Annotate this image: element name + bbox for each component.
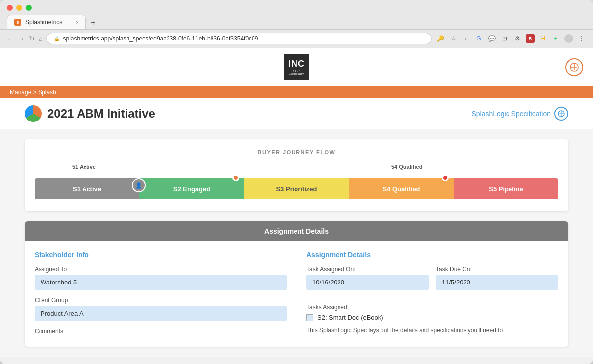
help-icon[interactable] <box>565 58 583 76</box>
assigned-to-label: Assigned To <box>35 266 287 273</box>
splashlogic-link[interactable]: SplashLogic Specification <box>471 107 568 121</box>
browser-tab-active[interactable]: S Splashmetrics × <box>7 15 86 29</box>
date-fields: Task Assigned On: 10/16/2020 Task Due On… <box>306 266 558 297</box>
assignment-card-header: Assignment Details <box>25 221 568 241</box>
stage-s1-count: 51 Active <box>72 164 96 170</box>
stakeholder-info-section: Stakeholder Info Assigned To Watershed 5… <box>35 251 287 337</box>
browser-controls <box>7 5 586 11</box>
task-assigned-on-group: Task Assigned On: 10/16/2020 <box>306 266 429 297</box>
screenshot-icon[interactable]: ⊡ <box>500 34 509 43</box>
traffic-light-yellow[interactable] <box>16 5 22 11</box>
nav-back-button[interactable]: ← <box>7 35 14 42</box>
ext4-icon[interactable] <box>564 34 573 43</box>
ext1-icon[interactable]: B <box>526 34 535 43</box>
assignment-card: Assignment Details Stakeholder Info Assi… <box>25 221 568 347</box>
app-header: INC YourCompany <box>0 48 593 86</box>
client-group-label: Client Group <box>35 297 287 304</box>
nav-forward-button[interactable]: → <box>18 35 25 42</box>
settings-icon[interactable]: ⚙ <box>513 34 522 43</box>
stage-s3-label: S3 Prioritized <box>276 185 317 193</box>
connector-s1-s2: 👤 <box>132 178 146 192</box>
splashlogic-icon <box>554 107 568 121</box>
page-title-area: 2021 ABM Initiative SplashLogic Specific… <box>0 98 593 129</box>
stage-s2[interactable]: S2 Engaged <box>139 178 244 199</box>
buyer-journey-title: BUYER JOURNEY FLOW <box>35 149 558 155</box>
stakeholder-heading: Stakeholder Info <box>35 251 287 259</box>
tab-favicon: S <box>14 19 21 26</box>
stage-s1-label: S1 Active <box>73 185 101 193</box>
nav-reload-button[interactable]: ↻ <box>29 35 35 42</box>
dot-s4-red <box>442 174 449 181</box>
key-icon[interactable]: 🔑 <box>436 34 445 43</box>
task-checkbox[interactable] <box>306 314 313 321</box>
traffic-light-green[interactable] <box>26 5 32 11</box>
stage-s1[interactable]: S1 Active <box>35 178 139 199</box>
app-logo: INC YourCompany <box>284 54 309 80</box>
tab-bar: S Splashmetrics × + <box>7 15 586 29</box>
stage-s4-count: 54 Qualified <box>391 164 422 170</box>
browser-addressbar: ← → ↻ ⌂ 🔒 splashmetrics.app/splash_specs… <box>0 30 593 48</box>
assignment-heading: Assignment Details <box>306 251 558 259</box>
chat-icon[interactable]: 💬 <box>487 34 496 43</box>
description-text: This SplashLogic Spec lays out the detai… <box>306 326 558 335</box>
assigned-to-field[interactable]: Watershed 5 <box>35 275 287 290</box>
ext3-icon[interactable]: + <box>551 34 560 43</box>
assignment-card-body: Stakeholder Info Assigned To Watershed 5… <box>25 241 568 347</box>
traffic-light-red[interactable] <box>7 5 13 11</box>
assignment-details-section: Assignment Details Task Assigned On: 10/… <box>306 251 558 337</box>
app-logo-sub: YourCompany <box>289 69 305 75</box>
stage-s3[interactable]: S3 Prioritized <box>244 178 349 199</box>
stage-s4-label: S4 Qualified <box>382 185 420 193</box>
task-assigned-on-field[interactable]: 10/16/2020 <box>306 275 429 290</box>
circle-icon[interactable]: ○ <box>462 34 470 43</box>
stage-s5[interactable]: S5 Pipeline <box>454 178 558 199</box>
nav-home-button[interactable]: ⌂ <box>39 35 42 42</box>
new-tab-button[interactable]: + <box>87 16 99 29</box>
comments-label: Comments <box>35 328 287 335</box>
stage-s5-label: S5 Pipeline <box>489 185 523 193</box>
title-icon <box>25 105 42 122</box>
browser-window: S Splashmetrics × + ← → ↻ ⌂ 🔒 splashmetr… <box>0 0 593 364</box>
address-field[interactable]: 🔒 splashmetrics.app/splash_specs/ed9aa23… <box>46 33 432 44</box>
ext2-icon[interactable]: H <box>539 34 548 43</box>
task-due-on-group: Task Due On: 11/5/2020 <box>436 266 558 297</box>
browser-toolbar-icons: 🔑 ☆ ○ G 💬 ⊡ ⚙ B H + ⋮ <box>436 34 586 43</box>
client-group-field[interactable]: Product Area A <box>35 306 287 321</box>
dot-s2-orange <box>232 174 239 181</box>
tab-title: Splashmetrics <box>25 19 62 26</box>
journey-flow: S1 Active 👤 S2 Engaged <box>35 176 558 202</box>
breadcrumb: Manage > Splash <box>0 86 593 98</box>
buyer-journey-card: BUYER JOURNEY FLOW 51 Active 54 Qualifie… <box>25 139 568 211</box>
google-icon[interactable]: G <box>474 34 483 43</box>
browser-titlebar: S Splashmetrics × + <box>0 0 593 30</box>
task-assigned-on-label: Task Assigned On: <box>306 266 429 273</box>
app-logo-text: INC <box>288 59 305 68</box>
task-item: S2: Smart Doc (eBook) <box>306 314 558 321</box>
stage-s2-label: S2 Engaged <box>173 185 210 193</box>
menu-icon[interactable]: ⋮ <box>577 34 586 43</box>
app-content: INC YourCompany Manage > Splash 2021 <box>0 48 593 357</box>
splashlogic-label: SplashLogic Specification <box>471 110 551 118</box>
tab-close-button[interactable]: × <box>76 20 79 25</box>
task-item-label: S2: Smart Doc (eBook) <box>317 314 383 321</box>
tasks-assigned-label: Tasks Assigned: <box>306 304 558 311</box>
task-due-on-label: Task Due On: <box>436 266 558 273</box>
page-title-left: 2021 ABM Initiative <box>25 105 155 122</box>
page-title: 2021 ABM Initiative <box>47 107 155 121</box>
task-due-on-field[interactable]: 11/5/2020 <box>436 275 558 290</box>
lock-icon: 🔒 <box>54 36 60 41</box>
address-text: splashmetrics.app/splash_specs/ed9aa238-… <box>63 35 258 42</box>
main-section: BUYER JOURNEY FLOW 51 Active 54 Qualifie… <box>0 129 593 357</box>
breadcrumb-text: Manage > Splash <box>10 89 56 96</box>
stage-s4[interactable]: S4 Qualified <box>349 178 454 199</box>
star-icon[interactable]: ☆ <box>449 34 458 43</box>
